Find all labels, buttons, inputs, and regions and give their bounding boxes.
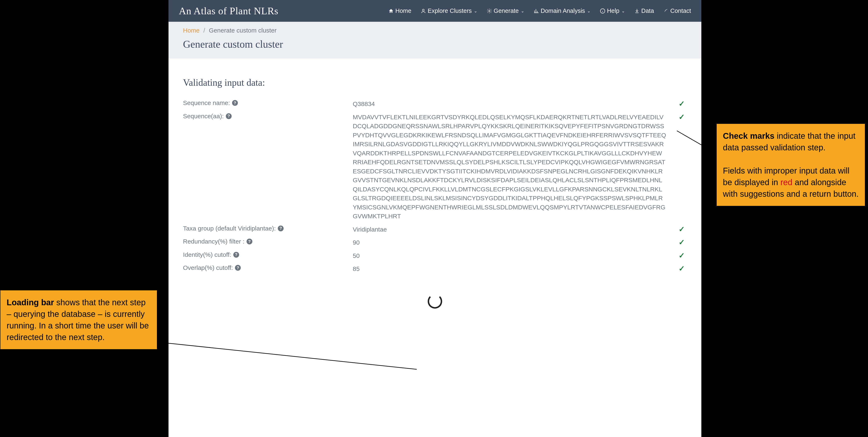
field-value: Q38834 bbox=[353, 99, 679, 109]
field-identity: Identity(%) cutoff: ? 50 ✓ bbox=[183, 251, 687, 260]
label-text: Redundancy(%) filter : bbox=[183, 238, 245, 245]
home-icon bbox=[389, 8, 394, 14]
help-icon[interactable]: ? bbox=[235, 265, 241, 271]
help-icon[interactable]: ? bbox=[247, 239, 252, 244]
navbar: An Atlas of Plant NLRs Home Explore Clus… bbox=[168, 0, 701, 22]
label-text: Sequence(aa): bbox=[183, 113, 224, 120]
help-icon[interactable]: ? bbox=[232, 100, 238, 106]
field-overlap: Overlap(%) cutoff: ? 85 ✓ bbox=[183, 264, 687, 273]
check-icon: ✓ bbox=[679, 238, 687, 247]
download-icon bbox=[634, 8, 640, 14]
nav-generate[interactable]: Generate ⌄ bbox=[487, 7, 524, 14]
field-value: Viridiplantae bbox=[353, 225, 679, 234]
section-title: Validating input data: bbox=[183, 77, 687, 88]
loading-spinner-icon bbox=[428, 294, 442, 309]
callout-red: red bbox=[780, 178, 793, 187]
callout-checkmarks: Check marks indicate that the input data… bbox=[716, 123, 865, 206]
nav-help[interactable]: Help ⌄ bbox=[600, 7, 625, 14]
svg-point-0 bbox=[423, 9, 424, 11]
check-icon: ✓ bbox=[679, 251, 687, 260]
info-icon bbox=[600, 8, 605, 14]
field-redundancy: Redundancy(%) filter : ? 90 ✓ bbox=[183, 238, 687, 247]
breadcrumb-home[interactable]: Home bbox=[183, 27, 199, 34]
field-label: Redundancy(%) filter : ? bbox=[183, 238, 353, 245]
label-text: Overlap(%) cutoff: bbox=[183, 264, 233, 271]
field-label: Sequence name: ? bbox=[183, 99, 353, 107]
content: Validating input data: Sequence name: ? … bbox=[168, 58, 701, 318]
help-icon[interactable]: ? bbox=[233, 252, 239, 258]
chevron-down-icon: ⌄ bbox=[587, 8, 591, 13]
nav-home-label: Home bbox=[395, 7, 411, 14]
field-label: Taxa group (default Viridiplantae): ? bbox=[183, 225, 353, 232]
label-text: Identity(%) cutoff: bbox=[183, 251, 231, 258]
nav-contact-label: Contact bbox=[670, 7, 691, 14]
callout-loading: Loading bar shows that the next step – q… bbox=[0, 290, 157, 350]
field-seq-name: Sequence name: ? Q38834 ✓ bbox=[183, 99, 687, 109]
callout-bold: Loading bar bbox=[7, 298, 54, 307]
help-icon[interactable]: ? bbox=[226, 113, 231, 119]
brand-title: An Atlas of Plant NLRs bbox=[179, 5, 278, 17]
nav-explore-label: Explore Clusters bbox=[428, 7, 472, 14]
nav-data[interactable]: Data bbox=[634, 7, 654, 14]
label-text: Sequence name: bbox=[183, 99, 230, 107]
chevron-down-icon: ⌄ bbox=[474, 8, 477, 13]
field-value: MVDAVVTVFLEKTLNILEEKGRTVSDYRKQLEDLQSELKY… bbox=[353, 113, 679, 221]
breadcrumb-bar: Home / Generate custom cluster Generate … bbox=[168, 22, 701, 58]
chevron-down-icon: ⌄ bbox=[621, 8, 625, 13]
nav-domain[interactable]: Domain Analysis ⌄ bbox=[534, 7, 591, 14]
nav-contact[interactable]: Contact bbox=[663, 7, 691, 14]
label-text: Taxa group (default Viridiplantae): bbox=[183, 225, 276, 232]
page-title: Generate custom cluster bbox=[183, 38, 687, 50]
field-seq-aa: Sequence(aa): ? MVDAVVTVFLEKTLNILEEKGRTV… bbox=[183, 113, 687, 221]
check-icon: ✓ bbox=[679, 225, 687, 234]
field-label: Identity(%) cutoff: ? bbox=[183, 251, 353, 258]
field-label: Sequence(aa): ? bbox=[183, 113, 353, 120]
breadcrumb-current: Generate custom cluster bbox=[209, 27, 277, 34]
field-value: 50 bbox=[353, 251, 679, 260]
check-icon: ✓ bbox=[679, 99, 687, 108]
check-icon: ✓ bbox=[679, 264, 687, 273]
field-value: 90 bbox=[353, 238, 679, 247]
nav-items: Home Explore Clusters ⌄ Generate ⌄ Domai… bbox=[389, 7, 691, 14]
loading-spinner-wrap bbox=[183, 294, 687, 310]
field-label: Overlap(%) cutoff: ? bbox=[183, 264, 353, 271]
chevron-down-icon: ⌄ bbox=[521, 8, 524, 13]
breadcrumb: Home / Generate custom cluster bbox=[183, 27, 687, 34]
nav-data-label: Data bbox=[641, 7, 654, 14]
person-icon bbox=[421, 8, 426, 14]
nav-home[interactable]: Home bbox=[389, 7, 411, 14]
nav-help-label: Help bbox=[607, 7, 619, 14]
help-icon[interactable]: ? bbox=[278, 226, 284, 231]
app-window: An Atlas of Plant NLRs Home Explore Clus… bbox=[168, 0, 701, 437]
gear-icon bbox=[487, 8, 492, 14]
nav-explore[interactable]: Explore Clusters ⌄ bbox=[421, 7, 477, 14]
check-icon: ✓ bbox=[679, 113, 687, 121]
chart-icon bbox=[534, 8, 539, 14]
nav-generate-label: Generate bbox=[494, 7, 519, 14]
leaf-icon bbox=[663, 8, 669, 14]
field-taxa: Taxa group (default Viridiplantae): ? Vi… bbox=[183, 225, 687, 234]
breadcrumb-sep: / bbox=[203, 27, 205, 34]
svg-point-1 bbox=[489, 10, 490, 11]
field-value: 85 bbox=[353, 264, 679, 273]
nav-domain-label: Domain Analysis bbox=[541, 7, 585, 14]
callout-bold: Check marks bbox=[723, 131, 774, 140]
